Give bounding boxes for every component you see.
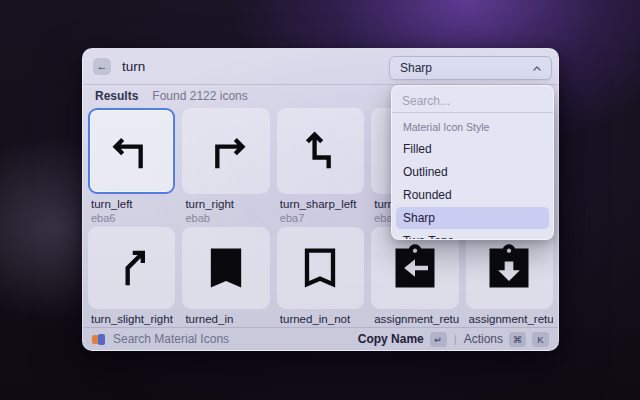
chevron-up-icon <box>533 66 541 71</box>
icon-grid-cell: turned_in_not <box>277 227 364 325</box>
style-dropdown-panel: Material Icon Style FilledOutlinedRounde… <box>391 85 554 240</box>
icon-grid-cell: turn_right ebab <box>182 108 269 224</box>
style-select-button[interactable]: Sharp <box>389 56 552 80</box>
command-key-badge: ⌘ <box>509 332 526 347</box>
extension-logo-icon <box>92 333 105 346</box>
icon-grid-cell: turn_left eba6 <box>88 108 175 224</box>
material-icon-glyph <box>106 125 158 177</box>
footer-app-label: Search Material Icons <box>113 332 229 346</box>
icon-codepoint-label: eba6 <box>91 212 175 224</box>
icon-codepoint-label: eba7 <box>280 212 364 224</box>
icon-name-label: turn_left <box>91 198 175 210</box>
icon-card[interactable] <box>88 108 175 194</box>
results-label: Results <box>95 89 138 103</box>
results-count: Found 2122 icons <box>152 89 247 103</box>
icon-card[interactable] <box>182 227 269 309</box>
icon-grid-cell: turn_slight_right <box>88 227 175 325</box>
icon-card[interactable] <box>277 227 364 309</box>
back-button[interactable]: ← <box>93 58 111 75</box>
material-icon-glyph <box>200 242 252 294</box>
dropdown-item-sharp[interactable]: Sharp <box>396 207 549 229</box>
copy-name-button[interactable]: Copy Name <box>358 332 424 346</box>
dropdown-item-filled[interactable]: Filled <box>396 138 549 160</box>
footer-actions: Copy Name ↵ | Actions ⌘ K <box>358 332 549 347</box>
window-header: ← turn Sharp <box>83 49 558 85</box>
return-key-badge: ↵ <box>430 332 447 347</box>
dropdown-item-list: FilledOutlinedRoundedSharpTwo Tone <box>392 136 553 240</box>
icon-grid-cell: turn_sharp_left eba7 <box>277 108 364 224</box>
icon-name-label: turn_sharp_left <box>280 198 364 210</box>
icon-card[interactable] <box>182 108 269 194</box>
icon-name-label: turn_slight_right <box>91 313 175 325</box>
icon-name-label: turned_in_not <box>280 313 364 325</box>
style-select-value: Sharp <box>400 61 432 75</box>
dropdown-item-two-tone[interactable]: Two Tone <box>396 230 549 240</box>
dropdown-item-outlined[interactable]: Outlined <box>396 161 549 183</box>
icon-card[interactable] <box>88 227 175 309</box>
results-header: Results Found 2122 icons <box>95 89 248 103</box>
icon-grid-cell: turned_in <box>182 227 269 325</box>
grid-row-2: turn_slight_right turned_in turned_in_no… <box>88 227 553 325</box>
material-icon-glyph <box>294 242 346 294</box>
icon-codepoint-label: ebab <box>185 212 269 224</box>
dropdown-section-label: Material Icon Style <box>392 113 553 136</box>
icon-card[interactable] <box>277 108 364 194</box>
icon-name-label: turned_in <box>185 313 269 325</box>
icon-name-label: turn_right <box>185 198 269 210</box>
icon-name-label: assignment_returned <box>469 313 553 325</box>
footer-separator: | <box>454 333 457 345</box>
dropdown-search <box>392 86 553 112</box>
material-icon-glyph <box>200 125 252 177</box>
material-icon-glyph <box>389 242 441 294</box>
material-icon-glyph <box>294 125 346 177</box>
material-icon-glyph <box>106 242 158 294</box>
material-icon-glyph <box>483 242 535 294</box>
k-key-badge: K <box>532 332 549 347</box>
icon-grid-cell: assignment_return <box>371 227 458 325</box>
search-query-text[interactable]: turn <box>122 59 145 74</box>
icon-search-window: ← turn Sharp Results Found 2122 icons tu… <box>82 48 559 351</box>
icon-name-label: assignment_return <box>374 313 458 325</box>
actions-button[interactable]: Actions <box>464 332 503 346</box>
footer-bar: Search Material Icons Copy Name ↵ | Acti… <box>83 327 558 350</box>
icon-grid-cell: assignment_returned <box>466 227 553 325</box>
dropdown-search-input[interactable] <box>402 94 543 108</box>
back-arrow-icon: ← <box>97 61 108 72</box>
desktop-background: ← turn Sharp Results Found 2122 icons tu… <box>0 0 640 400</box>
dropdown-item-rounded[interactable]: Rounded <box>396 184 549 206</box>
